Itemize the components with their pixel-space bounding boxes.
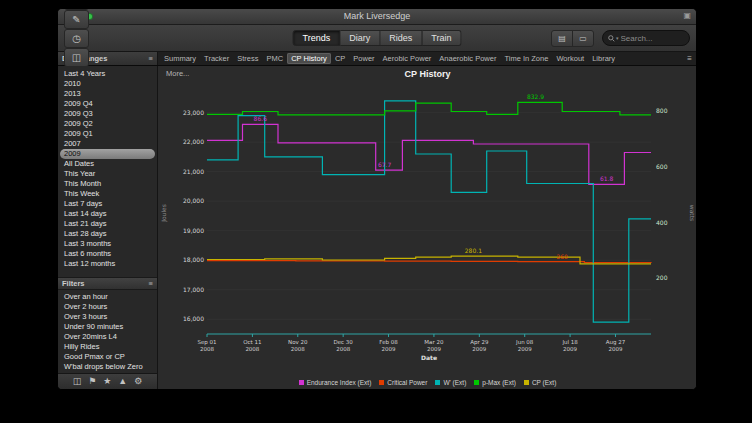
flag-icon[interactable]: ⚑ <box>88 377 96 386</box>
svg-text:Date: Date <box>421 354 437 361</box>
chart-legend: Endurance Index (Ext)Critical PowerW' (E… <box>159 379 696 386</box>
filter-item[interactable]: Hilly Rides <box>58 342 157 352</box>
filter-item[interactable]: Over an hour <box>58 292 157 302</box>
legend-item: Endurance Index (Ext) <box>299 379 372 386</box>
search-scope-arrow[interactable]: ▾ <box>616 35 619 41</box>
date-range-item[interactable]: Last 6 months <box>58 249 157 259</box>
chart-icon[interactable]: ▲ <box>118 377 127 386</box>
date-range-item[interactable]: This Month <box>58 179 157 189</box>
tab-stress[interactable]: Stress <box>233 53 262 64</box>
date-range-item[interactable]: 2010 <box>58 79 157 89</box>
tab-summary[interactable]: Summary <box>160 53 200 64</box>
tab-tracker[interactable]: Tracker <box>200 53 233 64</box>
legend-item: p-Max (Ext) <box>474 379 516 386</box>
legend-swatch <box>474 380 479 385</box>
tabs-menu-icon[interactable]: ≡ <box>683 54 696 63</box>
toolbar-right: ▤▭ ▾ <box>552 30 690 47</box>
tab-cp[interactable]: CP <box>331 53 349 64</box>
date-range-item[interactable]: Last 12 months <box>58 259 157 269</box>
date-ranges-menu-icon[interactable]: ≡ <box>149 54 153 63</box>
date-range-item[interactable]: 2013 <box>58 89 157 99</box>
svg-text:2009: 2009 <box>608 346 622 352</box>
svg-text:86.6: 86.6 <box>254 115 268 122</box>
tab-power[interactable]: Power <box>349 53 378 64</box>
compose-icon[interactable]: ✎ <box>64 10 89 29</box>
chart-area: More... CP History 23,00022,00021,00020,… <box>159 66 696 389</box>
segment-diary[interactable]: Diary <box>340 30 380 46</box>
svg-text:23,000: 23,000 <box>183 109 204 116</box>
date-range-item[interactable]: 2009 Q2 <box>58 119 157 129</box>
tab-anaerobic-power[interactable]: Anaerobic Power <box>435 53 500 64</box>
app-window: Mark Liversedge ▣ ⤓✎◷◫⌦ TrendsDiaryRides… <box>57 8 697 390</box>
tab-cp-history[interactable]: CP History <box>287 53 331 64</box>
svg-text:18,000: 18,000 <box>183 256 204 263</box>
tab-aerobic-power[interactable]: Aerobic Power <box>379 53 436 64</box>
svg-text:600: 600 <box>656 163 668 170</box>
segment-train[interactable]: Train <box>422 30 461 46</box>
history-icon[interactable]: ◷ <box>64 29 89 48</box>
filter-item[interactable]: Over 2 hours <box>58 302 157 312</box>
sidebar-bottom-toolbar: ◫⚑★▲⚙ <box>58 373 158 389</box>
date-range-item[interactable]: 2009 <box>60 149 155 159</box>
tab-workout[interactable]: Workout <box>552 53 588 64</box>
segment-rides[interactable]: Rides <box>380 30 422 46</box>
sidebar-header-filters[interactable]: Filters ≡ <box>58 277 157 290</box>
tab-pmc[interactable]: PMC <box>263 53 288 64</box>
date-range-item[interactable]: Last 4 Years <box>58 69 157 79</box>
svg-text:Sep 01: Sep 01 <box>197 339 216 346</box>
svg-text:400: 400 <box>656 219 668 226</box>
legend-label: Critical Power <box>387 379 427 386</box>
date-range-item[interactable]: Last 7 days <box>58 199 157 209</box>
toolbar: ⤓✎◷◫⌦ TrendsDiaryRidesTrain ▤▭ ▾ <box>58 25 696 52</box>
filter-item[interactable]: Over 3 hours <box>58 312 157 322</box>
search-input[interactable] <box>621 34 684 43</box>
svg-text:Jun 08: Jun 08 <box>515 339 534 346</box>
date-range-item[interactable]: 2009 Q1 <box>58 129 157 139</box>
filter-item[interactable]: Under 90 minutes <box>58 322 157 332</box>
date-range-item[interactable]: 2009 Q3 <box>58 109 157 119</box>
star-icon[interactable]: ★ <box>103 377 111 386</box>
single-view-icon[interactable]: ▭ <box>572 30 594 47</box>
filter-item[interactable]: Good Pmax or CP <box>58 352 157 362</box>
filter-item[interactable]: Over 20mins L4 <box>58 332 157 342</box>
chart-title: CP History <box>159 69 696 79</box>
tab-time-in-zone[interactable]: Time In Zone <box>500 53 552 64</box>
svg-text:Mar 20: Mar 20 <box>424 339 444 345</box>
date-range-item[interactable]: This Year <box>58 169 157 179</box>
svg-text:67.7: 67.7 <box>378 161 392 168</box>
svg-text:20,000: 20,000 <box>183 197 204 204</box>
layout-buttons: ▤▭ <box>552 30 594 47</box>
date-range-item[interactable]: This Week <box>58 189 157 199</box>
filters-menu-icon[interactable]: ≡ <box>149 279 153 288</box>
svg-text:Dec 30: Dec 30 <box>333 339 353 345</box>
cp-history-chart[interactable]: 23,00022,00021,00020,00019,00018,00017,0… <box>159 82 696 374</box>
svg-text:17,000: 17,000 <box>183 286 204 293</box>
date-range-item[interactable]: All Dates <box>58 159 157 169</box>
svg-text:61.8: 61.8 <box>600 175 614 182</box>
tile-view-icon[interactable]: ▤ <box>551 30 573 47</box>
segment-trends[interactable]: Trends <box>293 30 341 46</box>
date-range-item[interactable]: 2007 <box>58 139 157 149</box>
svg-text:280.1: 280.1 <box>465 247 482 254</box>
fullscreen-icon[interactable]: ▣ <box>683 11 691 20</box>
gear-icon[interactable]: ⚙ <box>134 377 142 386</box>
date-range-item[interactable]: Last 28 days <box>58 229 157 239</box>
legend-swatch <box>299 380 304 385</box>
svg-text:800: 800 <box>656 107 668 114</box>
filters-list: Over an hourOver 2 hoursOver 3 hoursUnde… <box>58 290 157 373</box>
date-range-item[interactable]: Last 14 days <box>58 209 157 219</box>
date-range-item[interactable]: 2009 Q4 <box>58 99 157 109</box>
svg-text:16,000: 16,000 <box>183 315 204 322</box>
search-field[interactable]: ▾ <box>602 30 690 46</box>
sidebar-toggle-icon[interactable]: ◫ <box>64 48 89 67</box>
panes-icon[interactable]: ◫ <box>73 377 82 386</box>
filter-item[interactable]: W'bal drops below Zero <box>58 362 157 372</box>
svg-text:21,000: 21,000 <box>183 168 204 175</box>
tab-library[interactable]: Library <box>588 53 619 64</box>
date-range-item[interactable]: Last 3 months <box>58 239 157 249</box>
date-range-item[interactable]: Last 21 days <box>58 219 157 229</box>
titlebar[interactable]: Mark Liversedge ▣ <box>58 9 696 25</box>
legend-label: CP (Ext) <box>532 379 556 386</box>
svg-text:watts: watts <box>689 205 696 221</box>
legend-item: CP (Ext) <box>524 379 556 386</box>
